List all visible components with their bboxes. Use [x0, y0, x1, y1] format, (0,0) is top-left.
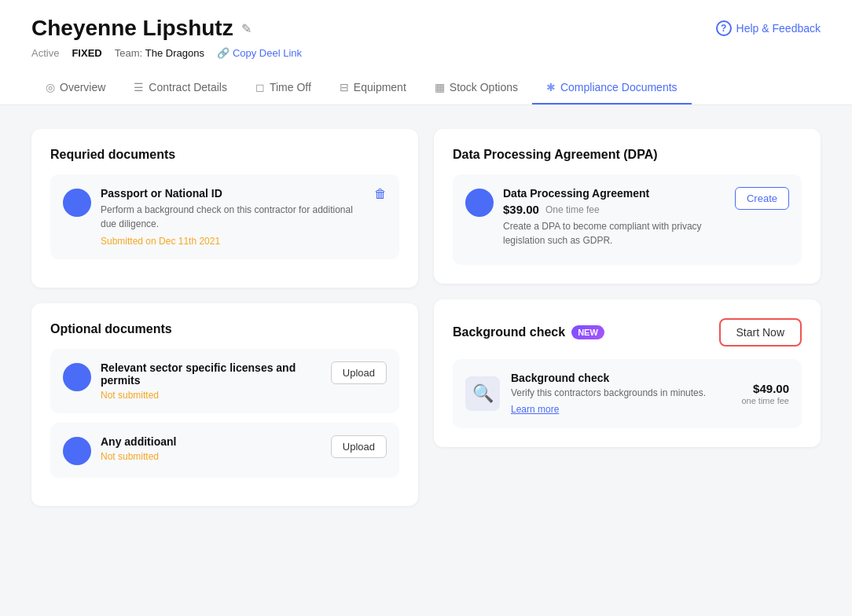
tab-stock-options-label: Stock Options	[450, 81, 518, 94]
licenses-doc-name: Relevant sector specific licenses and pe…	[101, 361, 321, 387]
bg-price-amount: $49.00	[753, 382, 789, 395]
bg-check-info: Background check Verify this contractors…	[511, 372, 730, 416]
tab-contract-details-label: Contract Details	[149, 81, 227, 94]
title-area: Cheyenne Lipshutz ✎	[31, 16, 252, 41]
tab-compliance-documents[interactable]: ✱ Compliance Documents	[532, 72, 692, 104]
right-column: Data Processing Agreement (DPA) Data Pro…	[434, 129, 821, 506]
tab-time-off[interactable]: ◻ Time Off	[241, 72, 325, 104]
licenses-doc-info: Relevant sector specific licenses and pe…	[101, 361, 321, 401]
required-documents-card: Requried documents Passport or National …	[31, 129, 418, 288]
dpa-price-amount: $39.00	[503, 203, 539, 216]
passport-doc-desc: Perform a background check on this contr…	[101, 203, 365, 231]
bg-check-item: 🔍 Background check Verify this contracto…	[453, 359, 802, 428]
bg-check-section-header: Background check NEW Start Now	[453, 318, 802, 346]
tab-overview[interactable]: ◎ Overview	[31, 72, 119, 104]
help-feedback-button[interactable]: ? Help & Feedback	[716, 20, 821, 36]
additional-doc-name: Any additioanl	[101, 435, 321, 448]
help-label: Help & Feedback	[736, 22, 821, 35]
bg-check-desc: Verify this contractors backgrounds in m…	[511, 387, 730, 398]
licenses-upload-action: Upload	[331, 361, 387, 384]
dpa-card: Data Processing Agreement (DPA) Data Pro…	[434, 129, 821, 284]
dpa-price-row: $39.00 One time fee	[503, 203, 725, 216]
equipment-icon: ⊟	[340, 81, 349, 94]
passport-doc-info: Passport or National ID Perform a backgr…	[101, 187, 365, 247]
passport-doc-status: Submitted on Dec 11th 2021	[101, 236, 365, 247]
header-row: Cheyenne Lipshutz ✎ ? Help & Feedback	[31, 16, 821, 41]
optional-docs-title: Optional documents	[50, 322, 399, 336]
tab-time-off-label: Time Off	[270, 81, 311, 94]
passport-doc-item: Passport or National ID Perform a backgr…	[50, 174, 399, 259]
bg-price-label: one time fee	[741, 396, 789, 405]
new-badge: NEW	[571, 325, 604, 339]
main-content: Requried documents Passport or National …	[0, 105, 852, 530]
licenses-doc-circle	[63, 363, 91, 391]
copy-deel-link[interactable]: 🔗 Copy Deel Link	[217, 47, 302, 59]
tab-equipment-label: Equipment	[354, 81, 406, 94]
dpa-circle	[465, 189, 494, 217]
team-name-text: The Dragons	[145, 47, 204, 59]
tab-equipment[interactable]: ⊟ Equipment	[325, 72, 420, 104]
copy-link-label: Copy Deel Link	[233, 47, 302, 59]
licenses-doc-status: Not submitted	[101, 390, 321, 401]
tab-overview-label: Overview	[60, 81, 105, 94]
bg-check-price: $49.00 one time fee	[741, 382, 789, 405]
additional-doc-status: Not submitted	[101, 451, 321, 462]
dpa-title: Data Processing Agreement (DPA)	[453, 148, 802, 162]
passport-doc-action: 🗑	[374, 187, 387, 201]
background-check-card: Background check NEW Start Now 🔍 Backgro…	[434, 299, 821, 447]
additional-doc-circle	[63, 437, 91, 465]
optional-documents-card: Optional documents Relevant sector speci…	[31, 303, 418, 506]
learn-more-link[interactable]: Learn more	[511, 404, 559, 415]
dpa-doc-name: Data Processing Agreement	[503, 187, 725, 200]
contract-type-label: FIXED	[72, 47, 101, 59]
tab-compliance-label: Compliance Documents	[560, 81, 678, 94]
additional-doc-item: Any additioanl Not submitted Upload	[50, 423, 399, 478]
tab-contract-details[interactable]: ☰ Contract Details	[119, 72, 241, 104]
passport-doc-circle	[63, 189, 91, 217]
contract-details-icon: ☰	[134, 81, 144, 94]
licenses-doc-item: Relevant sector specific licenses and pe…	[50, 349, 399, 413]
dpa-info: Data Processing Agreement $39.00 One tim…	[503, 187, 725, 252]
bg-check-title-row: Background check NEW	[453, 325, 604, 339]
licenses-upload-button[interactable]: Upload	[331, 361, 387, 384]
bg-check-title: Background check	[453, 325, 565, 339]
create-dpa-button[interactable]: Create	[735, 187, 789, 210]
time-off-icon: ◻	[255, 81, 265, 94]
team-info: Team: The Dragons	[115, 47, 204, 59]
stock-options-icon: ▦	[435, 81, 445, 94]
overview-icon: ◎	[46, 81, 55, 94]
left-column: Requried documents Passport or National …	[31, 129, 418, 506]
required-docs-title: Requried documents	[50, 148, 399, 162]
compliance-icon: ✱	[546, 81, 556, 94]
top-bar: Cheyenne Lipshutz ✎ ? Help & Feedback Ac…	[0, 0, 852, 105]
nav-tabs: ◎ Overview ☰ Contract Details ◻ Time Off…	[31, 72, 821, 104]
help-icon: ?	[716, 20, 732, 36]
bg-check-name: Background check	[511, 372, 730, 384]
edit-icon[interactable]: ✎	[241, 21, 252, 36]
team-label-text: Team:	[115, 47, 142, 59]
additional-doc-info: Any additioanl Not submitted	[101, 435, 321, 462]
sub-header: Active FIXED Team: The Dragons 🔗 Copy De…	[31, 47, 821, 68]
dpa-doc-item: Data Processing Agreement $39.00 One tim…	[453, 174, 802, 265]
additional-upload-button[interactable]: Upload	[331, 435, 387, 458]
tab-stock-options[interactable]: ▦ Stock Options	[420, 72, 532, 104]
link-icon: 🔗	[217, 47, 230, 59]
page-title: Cheyenne Lipshutz	[31, 16, 233, 41]
delete-icon[interactable]: 🗑	[374, 187, 387, 200]
dpa-action: Create	[735, 187, 789, 210]
start-now-button[interactable]: Start Now	[719, 318, 802, 346]
status-label: Active	[31, 47, 59, 59]
additional-upload-action: Upload	[331, 435, 387, 458]
dpa-price-label: One time fee	[545, 204, 600, 215]
dpa-desc: Create a DPA to become compliant with pr…	[503, 219, 725, 248]
passport-doc-name: Passport or National ID	[101, 187, 365, 200]
fingerprint-icon: 🔍	[465, 376, 500, 411]
